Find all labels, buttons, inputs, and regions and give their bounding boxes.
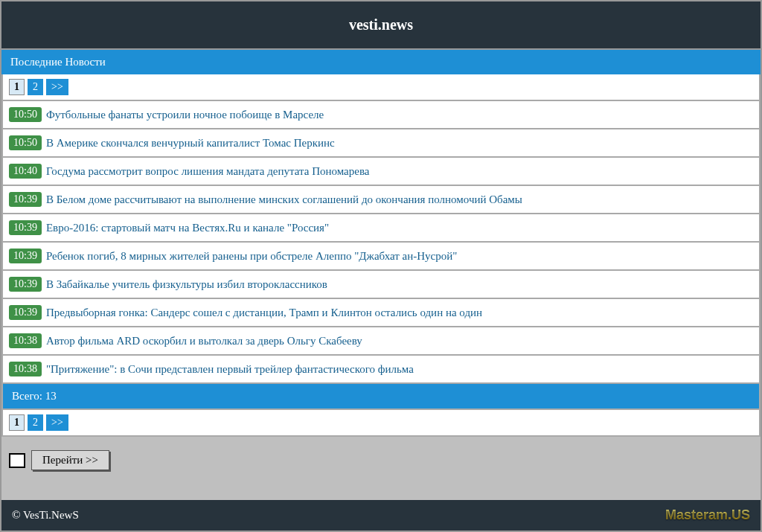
news-time-badge: 10:40	[9, 164, 42, 179]
pager-page-2[interactable]: 2	[28, 414, 43, 431]
news-time-badge: 10:38	[9, 362, 42, 376]
news-item: 10:39В Забайкалье учитель физкультуры из…	[1, 271, 761, 299]
news-time-badge: 10:38	[9, 333, 42, 348]
footer-copyright: © VesTi.NewS	[12, 509, 79, 522]
news-time-badge: 10:39	[9, 192, 42, 207]
news-time-badge: 10:50	[9, 135, 42, 150]
news-time-badge: 10:50	[9, 107, 42, 122]
news-link[interactable]: Автор фильма ARD оскорбил и вытолкал за …	[46, 335, 362, 347]
site-header: vesti.news	[1, 1, 761, 48]
pager-top: 12>>	[1, 74, 761, 101]
total-count: Всего: 13	[1, 384, 761, 410]
news-time-badge: 10:39	[9, 249, 42, 263]
news-item: 10:50Футбольные фанаты устроили ночное п…	[1, 101, 761, 129]
site-footer: © VesTi.NewS Masteram.US	[1, 500, 761, 531]
goto-page-button[interactable]: Перейти >>	[31, 450, 109, 470]
news-item: 10:39Евро-2016: стартовый матч на Вестях…	[1, 214, 761, 243]
news-item: 10:39В Белом доме рассчитывают на выполн…	[1, 186, 761, 214]
news-link[interactable]: Госдума рассмотрит вопрос лишения мандат…	[46, 165, 370, 178]
news-link[interactable]: Ребенок погиб, 8 мирных жителей ранены п…	[46, 250, 457, 263]
news-time-badge: 10:39	[9, 277, 42, 292]
pager-page-2[interactable]: 2	[28, 79, 43, 95]
news-item: 10:40Госдума рассмотрит вопрос лишения м…	[1, 158, 761, 186]
pager-next[interactable]: >>	[46, 79, 68, 95]
section-title: Последние Новости	[1, 48, 761, 74]
site-title: vesti.news	[349, 16, 413, 33]
news-link[interactable]: Футбольные фанаты устроили ночное побоищ…	[46, 109, 324, 121]
goto-page-row: Перейти >>	[1, 437, 761, 488]
news-item: 10:38Автор фильма ARD оскорбил и вытолка…	[1, 327, 761, 356]
news-link[interactable]: В Белом доме рассчитывают на выполнение …	[46, 193, 522, 206]
news-item: 10:39Ребенок погиб, 8 мирных жителей ран…	[1, 243, 761, 271]
pager-page-1: 1	[9, 414, 25, 431]
footer-logo[interactable]: Masteram.US	[665, 507, 750, 523]
news-item: 10:50В Америке скончался венчурный капит…	[1, 129, 761, 158]
news-link[interactable]: В Забайкалье учитель физкультуры избил в…	[46, 278, 327, 291]
news-time-badge: 10:39	[9, 220, 42, 235]
news-link[interactable]: В Америке скончался венчурный капиталист…	[46, 137, 335, 150]
news-link[interactable]: "Притяжение": в Сочи представлен первый …	[46, 363, 414, 376]
news-time-badge: 10:39	[9, 305, 42, 320]
news-item: 10:39Предвыборная гонка: Сандерс сошел с…	[1, 299, 761, 327]
news-link[interactable]: Предвыборная гонка: Сандерс сошел с дист…	[46, 307, 482, 319]
goto-page-input[interactable]	[9, 453, 25, 468]
news-item: 10:38"Притяжение": в Сочи представлен пе…	[1, 356, 761, 384]
pager-next[interactable]: >>	[46, 414, 68, 431]
pager-bottom: 12>>	[1, 410, 761, 437]
news-list: 10:50Футбольные фанаты устроили ночное п…	[1, 101, 761, 384]
news-link[interactable]: Евро-2016: стартовый матч на Вестях.Ru и…	[46, 222, 329, 234]
pager-page-1: 1	[9, 79, 25, 95]
